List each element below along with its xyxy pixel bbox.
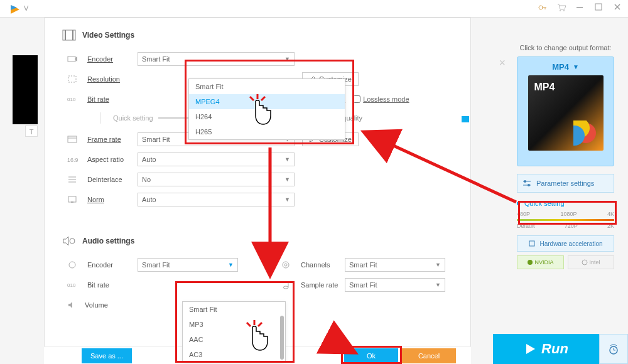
svg-point-47 [524, 180, 526, 183]
minimize-icon[interactable] [575, 3, 585, 13]
key-icon[interactable] [538, 3, 548, 13]
scale-tick: 4K [607, 211, 614, 217]
audio-encoder-dropdown[interactable]: Smart Fit MP3 AAC AC3 [182, 301, 286, 363]
intel-badge[interactable]: Intel [568, 255, 615, 269]
svg-rect-12 [65, 30, 66, 40]
format-card[interactable]: MP4 ▼ MP4 [517, 56, 614, 166]
format-thumbnail: MP4 [528, 75, 604, 151]
deinterlace-value: No [142, 176, 151, 183]
encoder-icon [67, 55, 81, 63]
title-bar: V [0, 0, 628, 18]
video-encoder-option-selected[interactable]: MPEG4 [189, 94, 345, 109]
parameter-settings-button[interactable]: Parameter settings [517, 174, 614, 193]
norm-label: Norm [87, 196, 138, 203]
framerate-icon [67, 135, 81, 144]
hw-accel-label: Hardware acceleration [539, 240, 602, 247]
run-label: Run [541, 341, 568, 357]
quick-setting-side[interactable]: ▸ Quick setting [517, 199, 614, 207]
video-encoder-dropdown[interactable]: Smart Fit MPEG4 H264 H265 [188, 78, 345, 140]
play-icon [524, 343, 536, 355]
audio-encoder-option[interactable]: AC3 [183, 347, 285, 362]
cancel-button[interactable]: Cancel [402, 348, 456, 363]
app-logo [9, 4, 21, 15]
film-icon [62, 29, 76, 41]
intel-label: Intel [590, 259, 600, 265]
video-encoder-option[interactable]: H264 [189, 109, 345, 124]
video-encoder-select[interactable]: Smart Fit ▼ [138, 52, 295, 66]
aspect-select[interactable]: Auto▼ [138, 153, 295, 166]
row-aspect: 16:9 Aspect ratio Auto▼ [62, 150, 453, 169]
svg-rect-50 [529, 241, 534, 246]
svg-rect-13 [72, 30, 73, 40]
row-channels: Channels Smart Fit▼ [276, 255, 452, 274]
svg-rect-14 [68, 56, 75, 62]
format-label: MP4 [552, 62, 569, 72]
lossless-checkbox[interactable]: Lossless mode [353, 95, 409, 103]
schedule-button[interactable] [599, 334, 628, 364]
progress-strip [462, 116, 469, 122]
dialog-close-icon[interactable]: × [499, 56, 506, 70]
quick-setting-side-label: Quick setting [524, 200, 565, 207]
video-encoder-value: Smart Fit [142, 55, 170, 63]
row-deinterlace: Deinterlace No▼ [62, 170, 453, 189]
framerate-value: Smart Fit [142, 136, 170, 143]
svg-rect-16 [68, 76, 76, 82]
dropdown-scrollbar[interactable] [280, 316, 284, 360]
svg-rect-8 [595, 4, 602, 10]
samplerate-select[interactable]: Smart Fit▼ [345, 278, 445, 292]
quality-scale[interactable]: 480P1080P4K Default720P2K [517, 211, 614, 229]
chevron-down-icon: ▼ [435, 282, 441, 288]
channels-value: Smart Fit [349, 261, 377, 269]
svg-point-31 [284, 264, 287, 266]
hardware-accel-button[interactable]: Hardware acceleration [517, 235, 614, 252]
scale-tick: 480P [517, 211, 530, 217]
scale-tick: 1080P [560, 211, 577, 217]
save-as-button[interactable]: Save as ... [82, 348, 132, 363]
resolution-label: Resolution [87, 75, 138, 83]
svg-text:010: 010 [67, 97, 76, 102]
deinterlace-icon [67, 175, 81, 184]
maximize-icon[interactable] [594, 3, 604, 13]
encoder-label: Encoder [87, 55, 138, 63]
clock-icon [607, 343, 620, 355]
svg-rect-23 [68, 196, 76, 202]
output-format-title: Click to change output format: [517, 44, 614, 51]
chevron-down-icon: ▼ [284, 176, 290, 183]
video-encoder-option[interactable]: Smart Fit [189, 79, 345, 94]
ok-button[interactable]: Ok [344, 348, 398, 363]
gpu-badges: NVIDIA Intel [517, 255, 614, 269]
left-text-tool[interactable]: T [25, 126, 38, 137]
nvidia-badge[interactable]: NVIDIA [517, 255, 564, 269]
audio-encoder-label: Encoder [87, 261, 138, 269]
scale-tick: Default [517, 223, 535, 229]
audio-encoder-select[interactable]: Smart Fit▼ [138, 258, 238, 272]
svg-point-49 [528, 184, 530, 186]
audio-bitrate-label: Bit rate [87, 281, 138, 289]
deinterlace-label: Deinterlace [87, 176, 138, 183]
row-norm: Norm Auto▼ [62, 190, 453, 209]
video-encoder-option[interactable]: H265 [189, 124, 345, 139]
row-audio-bitrate: 010 Bit rate [62, 276, 251, 294]
svg-text:010: 010 [67, 282, 76, 288]
close-icon[interactable] [613, 3, 623, 13]
norm-select[interactable]: Auto▼ [138, 193, 295, 206]
svg-point-51 [528, 260, 533, 265]
video-settings-label: Video Settings [82, 31, 134, 40]
svg-marker-25 [63, 237, 68, 245]
deinterlace-select[interactable]: No▼ [138, 173, 295, 186]
volume-icon [67, 301, 78, 309]
volume-label: Volume [85, 301, 126, 309]
samplerate-label: Sample rate [301, 281, 345, 289]
chevron-down-icon: ▼ [284, 56, 290, 62]
channels-select[interactable]: Smart Fit▼ [345, 258, 445, 272]
svg-point-32 [283, 286, 288, 289]
output-format-panel: Click to change output format: MP4 ▼ MP4… [517, 44, 614, 269]
audio-encoder-option[interactable]: AAC [183, 332, 285, 347]
lossless-label: Lossless mode [363, 95, 409, 103]
cart-icon[interactable] [556, 3, 566, 13]
audio-encoder-option[interactable]: Smart Fit [183, 302, 285, 317]
audio-encoder-option[interactable]: MP3 [183, 317, 285, 332]
run-button[interactable]: Run [493, 334, 599, 364]
svg-point-30 [283, 262, 289, 268]
param-settings-label: Parameter settings [536, 179, 594, 187]
